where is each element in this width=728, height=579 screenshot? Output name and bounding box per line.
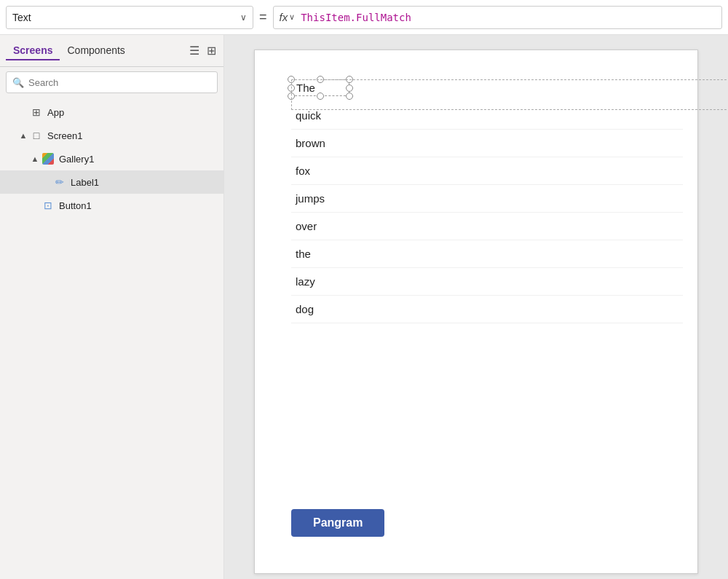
sidebar: Screens Components ☰ ⊞ 🔍 ⊞ App ▲ □ Scree… xyxy=(0,35,224,579)
tree-container: ⊞ App ▲ □ Screen1 ▲ Gallery1 ✏ Label1 xyxy=(0,98,223,579)
gallery-item-text-selected: The xyxy=(291,79,349,96)
list-item[interactable]: fox xyxy=(291,157,683,185)
list-item[interactable]: quick xyxy=(291,102,683,130)
gallery-list: quick brown fox jumps over the lazy dog xyxy=(291,102,683,323)
list-item[interactable]: dog xyxy=(291,296,683,323)
list-item[interactable]: jumps xyxy=(291,185,683,213)
tree-item-gallery1[interactable]: ▲ Gallery1 xyxy=(0,147,223,170)
search-input[interactable] xyxy=(28,77,211,88)
button1-label: Button1 xyxy=(59,200,92,211)
list-view-icon[interactable]: ☰ xyxy=(188,42,201,59)
search-box[interactable]: 🔍 xyxy=(6,71,218,93)
list-item[interactable]: lazy xyxy=(291,268,683,296)
top-bar: Text ∨ = fx ∨ ThisItem.FullMatch xyxy=(0,0,728,35)
gallery-icon xyxy=(41,153,55,165)
gallery-area: The quick xyxy=(291,79,683,323)
app-icon: ⊞ xyxy=(29,106,44,118)
app-label: App xyxy=(47,107,64,118)
grid-view-icon[interactable]: ⊞ xyxy=(205,42,218,59)
list-item[interactable]: the xyxy=(291,240,683,268)
gallery1-label: Gallery1 xyxy=(59,154,94,165)
fx-chevron: ∨ xyxy=(289,12,295,22)
canvas-frame: The quick xyxy=(254,50,698,574)
formula-expression: ThisItem.FullMatch xyxy=(301,12,411,23)
formula-selector-value: Text xyxy=(12,12,236,23)
button-icon: ⊡ xyxy=(41,200,55,211)
formula-selector-chevron: ∨ xyxy=(240,12,247,23)
tab-screens[interactable]: Screens xyxy=(6,42,60,60)
canvas-area[interactable]: The quick xyxy=(224,35,728,579)
list-item[interactable]: over xyxy=(291,213,683,240)
gallery-selected-item[interactable]: The xyxy=(291,79,349,96)
list-item[interactable]: brown xyxy=(291,130,683,157)
search-icon: 🔍 xyxy=(12,77,24,88)
pangram-button[interactable]: Pangram xyxy=(291,509,384,537)
tree-item-button1[interactable]: ⊡ Button1 xyxy=(0,194,223,217)
formula-bar[interactable]: fx ∨ ThisItem.FullMatch xyxy=(273,6,722,29)
screen-icon: □ xyxy=(29,130,44,141)
sidebar-tab-icons: ☰ ⊞ xyxy=(188,42,218,59)
fx-icon: fx xyxy=(280,11,288,23)
formula-selector[interactable]: Text ∨ xyxy=(6,6,253,29)
tree-item-app[interactable]: ⊞ App xyxy=(0,101,223,124)
sidebar-tabs: Screens Components ☰ ⊞ xyxy=(0,35,223,67)
main-content: Screens Components ☰ ⊞ 🔍 ⊞ App ▲ □ Scree… xyxy=(0,35,728,579)
label1-label: Label1 xyxy=(71,177,99,188)
tab-components[interactable]: Components xyxy=(60,42,132,60)
arrow-screen1: ▲ xyxy=(17,131,29,140)
screen1-label: Screen1 xyxy=(47,130,82,141)
label-icon: ✏ xyxy=(52,176,67,188)
tree-item-screen1[interactable]: ▲ □ Screen1 xyxy=(0,124,223,147)
tree-item-label1[interactable]: ✏ Label1 xyxy=(0,170,223,194)
arrow-gallery1: ▲ xyxy=(29,154,41,163)
equals-sign: = xyxy=(259,9,267,25)
